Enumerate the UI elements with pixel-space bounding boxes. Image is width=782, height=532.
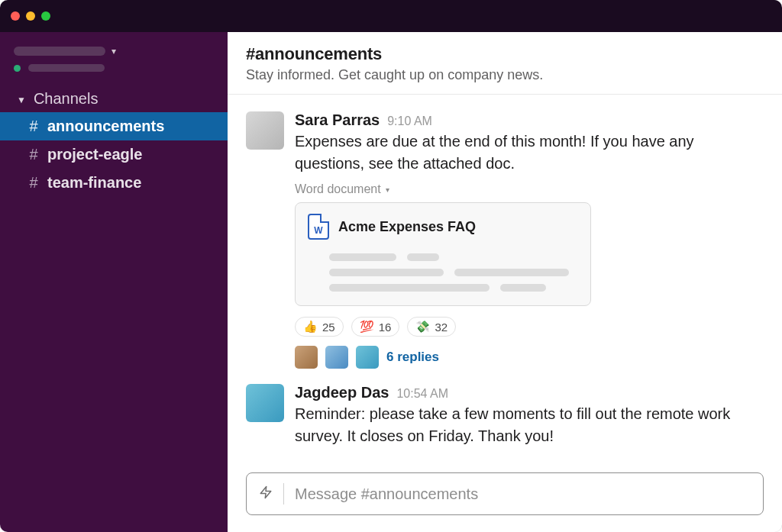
hash-icon: # — [27, 146, 40, 163]
hundred-icon: 💯 — [360, 320, 374, 334]
reaction[interactable]: 👍 25 — [295, 317, 344, 337]
hash-icon: # — [27, 118, 40, 135]
reaction[interactable]: 💸 32 — [407, 317, 456, 337]
thumbs-up-icon: 👍 — [303, 320, 318, 334]
minimize-window-button[interactable] — [26, 11, 35, 21]
message-author[interactable]: Jagdeep Das — [295, 384, 389, 401]
message-header: Sara Parras 9:10 AM — [295, 111, 764, 129]
workspace-name-placeholder — [14, 47, 105, 56]
reaction-count: 32 — [435, 321, 448, 334]
sidebar-channel-team-finance[interactable]: # team-finance — [0, 169, 228, 197]
app-body: ▾ ▼ Channels # announcements # project-e… — [0, 32, 782, 532]
attachment-header: W Acme Expenses FAQ — [308, 214, 578, 240]
message-text: Reminder: please take a few moments to f… — [295, 403, 764, 447]
caret-down-icon: ▾ — [386, 185, 389, 194]
window-controls — [11, 11, 50, 21]
message-body: Sara Parras 9:10 AM Expenses are due at … — [295, 111, 764, 369]
reactions-bar: 👍 25 💯 16 💸 32 — [295, 317, 764, 337]
attachment-title: Acme Expenses FAQ — [338, 219, 476, 235]
chevron-down-icon: ▾ — [111, 46, 116, 56]
attachment-type-text: Word document — [295, 182, 381, 196]
divider — [283, 483, 284, 505]
svg-marker-0 — [260, 486, 271, 498]
avatar[interactable] — [246, 111, 284, 150]
reaction-count: 25 — [322, 321, 335, 334]
channel-label: announcements — [47, 118, 164, 135]
caret-down-icon: ▼ — [17, 95, 26, 105]
username-placeholder — [28, 64, 105, 72]
attachment-type-label[interactable]: Word document ▾ — [295, 182, 389, 196]
message-body: Jagdeep Das 10:54 AM Reminder: please ta… — [295, 384, 764, 447]
message-time: 10:54 AM — [396, 387, 448, 401]
sidebar-channel-announcements[interactable]: # announcements — [0, 112, 228, 140]
channels-section-label: Channels — [34, 90, 99, 108]
channels-section-header[interactable]: ▼ Channels — [0, 82, 228, 112]
avatar[interactable] — [246, 384, 284, 422]
hash-icon: # — [27, 174, 40, 192]
message-author[interactable]: Sara Parras — [295, 111, 380, 129]
sidebar-channel-project-eagle[interactable]: # project-eagle — [0, 140, 228, 169]
message-header: Jagdeep Das 10:54 AM — [295, 384, 764, 401]
workspace-switcher[interactable]: ▾ — [0, 41, 228, 63]
money-wings-icon: 💸 — [415, 320, 430, 334]
channel-label: team-finance — [47, 174, 141, 192]
reply-avatar — [356, 346, 379, 369]
app-window: ▾ ▼ Channels # announcements # project-e… — [0, 0, 782, 532]
message-time: 9:10 AM — [387, 114, 432, 128]
reaction[interactable]: 💯 16 — [351, 317, 400, 337]
message-composer[interactable] — [246, 472, 764, 515]
reply-avatar — [295, 346, 318, 369]
channel-header: #announcements Stay informed. Get caught… — [228, 32, 782, 95]
channel-name[interactable]: #announcements — [246, 44, 764, 64]
maximize-window-button[interactable] — [41, 11, 50, 21]
shortcuts-icon[interactable] — [259, 485, 273, 504]
file-attachment[interactable]: W Acme Expenses FAQ — [295, 202, 591, 306]
message-input[interactable] — [295, 485, 751, 503]
attachment-preview-placeholder — [308, 253, 578, 292]
user-presence-row[interactable] — [0, 63, 228, 82]
replies-link[interactable]: 6 replies — [386, 350, 439, 365]
message-text: Expenses are due at the end of this mont… — [295, 131, 764, 175]
reply-avatar — [325, 346, 348, 369]
word-file-icon: W — [308, 214, 329, 240]
channel-label: project-eagle — [47, 146, 142, 163]
reaction-count: 16 — [379, 321, 392, 334]
sidebar: ▾ ▼ Channels # announcements # project-e… — [0, 32, 228, 532]
presence-active-icon — [14, 65, 21, 72]
thread-summary[interactable]: 6 replies — [295, 346, 764, 369]
close-window-button[interactable] — [11, 11, 20, 21]
channel-topic[interactable]: Stay informed. Get caught up on company … — [246, 67, 764, 83]
message: Jagdeep Das 10:54 AM Reminder: please ta… — [246, 373, 764, 452]
composer-area — [228, 472, 782, 532]
main-pane: #announcements Stay informed. Get caught… — [228, 32, 782, 532]
message-list[interactable]: Sara Parras 9:10 AM Expenses are due at … — [228, 95, 782, 472]
titlebar — [0, 0, 782, 32]
message: Sara Parras 9:10 AM Expenses are due at … — [246, 101, 764, 373]
